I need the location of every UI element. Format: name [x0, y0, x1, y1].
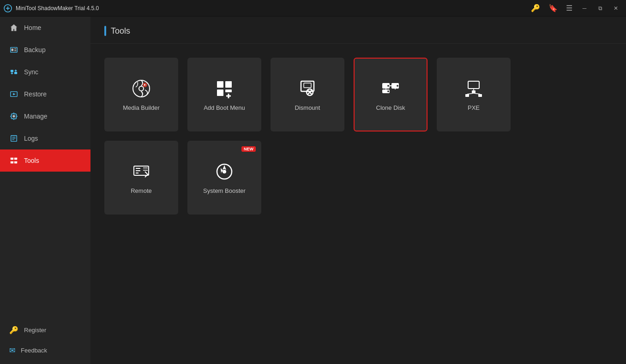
page-title: Tools	[111, 26, 130, 36]
close-button[interactable]: ✕	[609, 2, 622, 15]
svg-rect-23	[225, 81, 232, 88]
remote-card[interactable]: Remote	[104, 141, 178, 215]
register-label: Register	[24, 327, 46, 334]
page-title-container: Tools	[104, 26, 612, 36]
svg-rect-42	[472, 90, 476, 93]
svg-rect-5	[11, 70, 13, 72]
manage-icon	[9, 112, 18, 121]
dismount-label: Dismount	[295, 104, 320, 111]
restore-button[interactable]: ⧉	[594, 2, 607, 15]
sidebar-item-sync[interactable]: Sync	[0, 61, 90, 83]
svg-rect-43	[465, 94, 469, 97]
sidebar-item-restore[interactable]: Restore	[0, 83, 90, 105]
svg-point-55	[223, 170, 226, 173]
titlebar: MiniTool ShadowMaker Trial 4.5.0 🔑 🔖 ☰ ─…	[0, 0, 626, 17]
svg-rect-44	[478, 94, 482, 97]
sidebar-item-tools-label: Tools	[24, 157, 39, 164]
svg-line-45	[467, 93, 474, 94]
svg-rect-4	[14, 50, 17, 51]
main-header: Tools	[90, 17, 626, 44]
svg-rect-18	[14, 161, 17, 164]
pxe-label: PXE	[468, 104, 480, 111]
sync-icon	[9, 68, 18, 77]
sidebar-item-backup[interactable]: Backup	[0, 39, 90, 61]
app-title: MiniTool ShadowMaker Trial 4.5.0	[16, 5, 528, 12]
svg-rect-22	[217, 81, 223, 88]
app-logo	[4, 4, 12, 12]
svg-rect-29	[304, 83, 311, 88]
pxe-card[interactable]: PXE	[437, 58, 511, 131]
register-button[interactable]: 🔑 Register	[0, 320, 90, 340]
sidebar-item-home[interactable]: Home	[0, 17, 90, 39]
sidebar-item-backup-label: Backup	[24, 46, 46, 54]
clone-disk-icon	[380, 78, 401, 99]
app-body: Home Backup	[0, 17, 626, 364]
remote-icon	[131, 161, 151, 182]
new-badge: NEW	[241, 146, 256, 152]
sidebar-item-manage[interactable]: Manage	[0, 105, 90, 127]
clone-disk-card[interactable]: Clone Disk	[354, 58, 427, 131]
bookmark-icon[interactable]: 🔖	[546, 3, 560, 13]
clone-disk-label: Clone Disk	[376, 104, 405, 111]
page-title-accent-bar	[104, 26, 106, 36]
sidebar-item-tools[interactable]: Tools	[0, 149, 90, 172]
system-booster-card[interactable]: NEW System Booster	[187, 141, 261, 215]
restore-icon	[9, 90, 18, 99]
register-key-icon: 🔑	[9, 326, 18, 334]
add-boot-menu-card[interactable]: Add Boot Menu	[187, 58, 261, 131]
tools-grid: Media Builder Add Boot Menu	[90, 44, 626, 228]
sidebar-item-restore-label: Restore	[24, 90, 47, 98]
menu-icon[interactable]: ☰	[563, 3, 575, 13]
feedback-button[interactable]: ✉ Feedback	[0, 340, 90, 360]
svg-line-46	[474, 93, 480, 94]
dismount-icon	[297, 78, 318, 99]
backup-icon	[9, 46, 18, 54]
svg-point-34	[387, 85, 389, 87]
main-content: Tools Media Bui	[90, 17, 626, 364]
svg-rect-25	[225, 90, 232, 92]
sidebar-item-logs-label: Logs	[24, 135, 38, 142]
svg-rect-51	[136, 173, 138, 173]
system-booster-icon	[214, 161, 235, 182]
sidebar-item-sync-label: Sync	[24, 68, 38, 76]
tools-icon	[9, 156, 18, 165]
sidebar-bottom: 🔑 Register ✉ Feedback	[0, 320, 90, 364]
media-builder-card[interactable]: Media Builder	[104, 58, 178, 131]
svg-rect-2	[12, 49, 14, 51]
sidebar-item-logs[interactable]: Logs	[0, 127, 90, 149]
sidebar-item-manage-label: Manage	[24, 113, 48, 120]
svg-rect-41	[468, 81, 479, 89]
media-builder-icon	[131, 78, 151, 99]
add-boot-menu-label: Add Boot Menu	[204, 104, 245, 111]
svg-rect-49	[136, 168, 140, 169]
home-icon	[9, 24, 18, 32]
svg-rect-16	[14, 158, 17, 160]
system-booster-label: System Booster	[203, 187, 246, 194]
sidebar: Home Backup	[0, 17, 90, 364]
pxe-icon	[463, 78, 484, 99]
dismount-card[interactable]: Dismount	[271, 58, 344, 131]
titlebar-actions: 🔑 🔖 ☰ ─ ⧉ ✕	[528, 2, 622, 15]
key-icon[interactable]: 🔑	[528, 3, 543, 13]
svg-point-36	[397, 85, 398, 87]
sidebar-item-home-label: Home	[24, 24, 41, 31]
feedback-label: Feedback	[21, 347, 47, 354]
minimize-button[interactable]: ─	[578, 2, 591, 15]
logs-icon	[9, 134, 18, 143]
svg-rect-24	[217, 90, 223, 96]
remote-label: Remote	[131, 187, 152, 194]
svg-point-20	[139, 86, 144, 91]
svg-point-10	[12, 115, 15, 118]
media-builder-label: Media Builder	[123, 104, 160, 111]
svg-point-38	[387, 90, 389, 92]
svg-rect-50	[136, 170, 140, 171]
svg-rect-15	[11, 158, 13, 160]
svg-rect-6	[14, 72, 17, 74]
svg-rect-17	[11, 161, 13, 164]
feedback-mail-icon: ✉	[9, 346, 15, 355]
svg-rect-3	[14, 49, 17, 50]
add-boot-menu-icon	[214, 78, 235, 99]
